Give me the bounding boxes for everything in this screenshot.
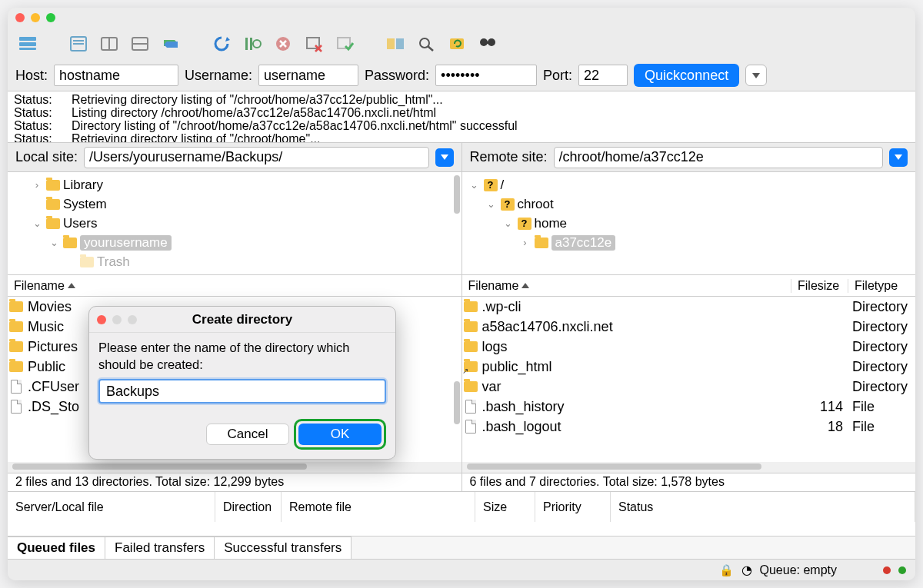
tree-item[interactable]: Users: [63, 216, 97, 231]
col-filesize[interactable]: Filesize: [791, 279, 848, 293]
sort-asc-icon: [68, 283, 75, 288]
h-scrollbar[interactable]: [462, 462, 916, 473]
folder-icon: [63, 238, 77, 248]
quickconnect-history-button[interactable]: [745, 65, 767, 86]
tree-item[interactable]: Library: [63, 178, 103, 193]
remote-tree[interactable]: ⌄?/ ⌄?chroot ⌄?home ›a37cc12e: [462, 172, 916, 274]
tree-item[interactable]: home: [535, 216, 568, 231]
folder-link-icon: [464, 361, 478, 372]
username-input[interactable]: [258, 65, 358, 86]
tree-item[interactable]: System: [63, 197, 107, 212]
file-icon: [465, 400, 476, 414]
quickconnect-button[interactable]: Quickconnect: [634, 64, 739, 87]
tab-success[interactable]: Successful transfers: [215, 537, 352, 559]
unknown-folder-icon: ?: [484, 179, 498, 191]
folder-icon: [535, 238, 548, 248]
site-path-bar: Local site: Remote site:: [8, 143, 915, 172]
site-manager-button[interactable]: [15, 32, 40, 55]
directory-name-input[interactable]: [98, 379, 386, 404]
tree-item[interactable]: chroot: [518, 197, 554, 212]
toggle-remote-tree-button[interactable]: [128, 32, 152, 55]
log-text: Retrieving directory listing of "/chroot…: [72, 93, 443, 106]
cancel-button-toolbar[interactable]: [271, 32, 295, 55]
search-button[interactable]: [414, 32, 438, 55]
cancel-button[interactable]: Cancel: [206, 424, 289, 445]
folder-icon: [464, 301, 478, 312]
col-server-local[interactable]: Server/Local file: [8, 492, 215, 522]
minimize-icon[interactable]: [31, 13, 40, 22]
port-input[interactable]: [578, 65, 628, 86]
password-input[interactable]: [435, 65, 537, 86]
speed-limit-icon[interactable]: ◔: [741, 563, 752, 577]
refresh-button[interactable]: [209, 32, 234, 55]
tree-item[interactable]: Trash: [97, 254, 130, 270]
folder-icon: [46, 218, 60, 229]
local-site-bar: Local site:: [8, 143, 462, 172]
local-tree[interactable]: ›Library System ⌄Users ⌄yourusername Tra…: [8, 172, 462, 274]
col-remote-file[interactable]: Remote file: [282, 492, 475, 522]
toggle-log-button[interactable]: [66, 32, 91, 55]
tab-failed[interactable]: Failed transfers: [105, 537, 215, 559]
h-scrollbar[interactable]: [8, 462, 462, 473]
close-icon[interactable]: [15, 13, 25, 22]
unknown-folder-icon: ?: [518, 218, 531, 230]
local-site-dropdown[interactable]: [435, 148, 454, 167]
filter-button[interactable]: [475, 32, 500, 55]
scrollbar[interactable]: [454, 175, 460, 214]
disconnect-button[interactable]: [302, 32, 326, 55]
password-label: Password:: [365, 68, 429, 84]
col-direction[interactable]: Direction: [215, 492, 282, 522]
tab-queued[interactable]: Queued files: [8, 537, 105, 559]
dialog-titlebar: Create directory: [89, 307, 395, 333]
list-item[interactable]: .bash_logout18File: [462, 417, 916, 437]
svg-rect-11: [250, 38, 252, 50]
col-filename[interactable]: Filename: [14, 279, 65, 293]
log-label: Status:: [14, 106, 56, 119]
zoom-icon[interactable]: [46, 13, 55, 22]
remote-file-list[interactable]: .wp-cliDirectory a58ac14706.nxcli.netDir…: [462, 297, 916, 462]
list-item[interactable]: .bash_history114File: [462, 397, 916, 417]
ok-button[interactable]: OK: [298, 424, 382, 445]
log-label: Status:: [14, 132, 56, 143]
process-queue-button[interactable]: [240, 32, 265, 55]
svg-rect-23: [486, 42, 489, 44]
remote-site-dropdown[interactable]: [889, 148, 908, 167]
status-bar: 🔒 ◔ Queue: empty: [8, 559, 915, 580]
app-window: Host: Username: Password: Port: Quickcon…: [8, 8, 915, 580]
col-size[interactable]: Size: [475, 492, 535, 522]
folder-icon: [9, 361, 23, 372]
toggle-queue-button[interactable]: [158, 32, 183, 55]
activity-indicator-icon: [883, 566, 891, 574]
svg-rect-17: [396, 38, 404, 49]
local-file-header[interactable]: Filename: [8, 275, 462, 297]
col-priority[interactable]: Priority: [535, 492, 611, 522]
remote-site-input[interactable]: [554, 147, 883, 168]
queue-tabs: Queued files Failed transfers Successful…: [8, 536, 915, 559]
scrollbar[interactable]: [454, 381, 460, 424]
svg-rect-16: [387, 38, 395, 49]
remote-file-header[interactable]: Filename Filesize Filetype: [462, 275, 916, 297]
col-status[interactable]: Status: [611, 492, 915, 522]
folder-icon: [9, 341, 23, 352]
reconnect-button[interactable]: [332, 32, 357, 55]
window-controls: [15, 13, 55, 22]
list-item[interactable]: a58ac14706.nxcli.netDirectory: [462, 317, 916, 337]
list-item[interactable]: public_htmlDirectory: [462, 357, 916, 377]
message-log[interactable]: Status:Retrieving directory listing of "…: [8, 91, 915, 143]
toggle-local-tree-button[interactable]: [97, 32, 122, 55]
col-filetype[interactable]: Filetype: [848, 279, 915, 293]
sync-browse-button[interactable]: [445, 32, 469, 55]
ok-highlight: OK: [294, 419, 386, 450]
list-item[interactable]: .wp-cliDirectory: [462, 297, 916, 317]
list-item[interactable]: varDirectory: [462, 377, 916, 397]
col-filename[interactable]: Filename: [468, 279, 519, 293]
tree-item[interactable]: /: [501, 178, 505, 193]
list-item[interactable]: logsDirectory: [462, 337, 916, 357]
compare-button[interactable]: [383, 32, 408, 55]
host-input[interactable]: [54, 65, 178, 86]
folder-icon: [464, 321, 478, 332]
tree-item-selected[interactable]: a37cc12e: [551, 235, 616, 251]
local-site-input[interactable]: [84, 147, 428, 168]
tree-item-selected[interactable]: yourusername: [80, 235, 172, 251]
lock-icon[interactable]: 🔒: [719, 563, 734, 577]
